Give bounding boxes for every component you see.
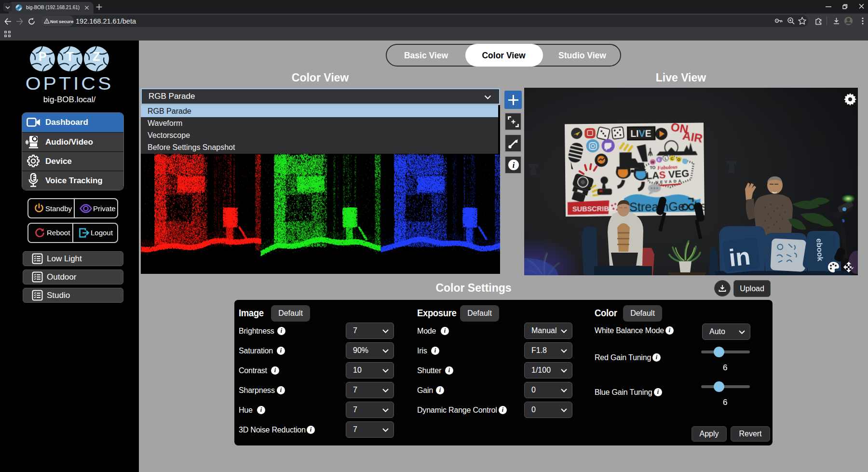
svg-text:in: in: [728, 243, 752, 271]
svg-text:SUBSCRIBE: SUBSCRIBE: [572, 205, 614, 213]
svg-text:W: W: [651, 160, 655, 164]
svg-text:TO: TO: [650, 165, 656, 170]
svg-text:P: P: [39, 50, 47, 63]
svg-text:L: L: [665, 156, 667, 161]
svg-text:O: O: [677, 157, 680, 162]
svg-text:LIVE: LIVE: [630, 128, 651, 139]
svg-text:T: T: [66, 50, 73, 63]
svg-text:ebook: ebook: [815, 238, 824, 261]
svg-text:E: E: [658, 158, 661, 162]
svg-text:C: C: [671, 156, 674, 161]
svg-text:Z: Z: [93, 50, 100, 63]
svg-text:i: i: [513, 161, 515, 169]
